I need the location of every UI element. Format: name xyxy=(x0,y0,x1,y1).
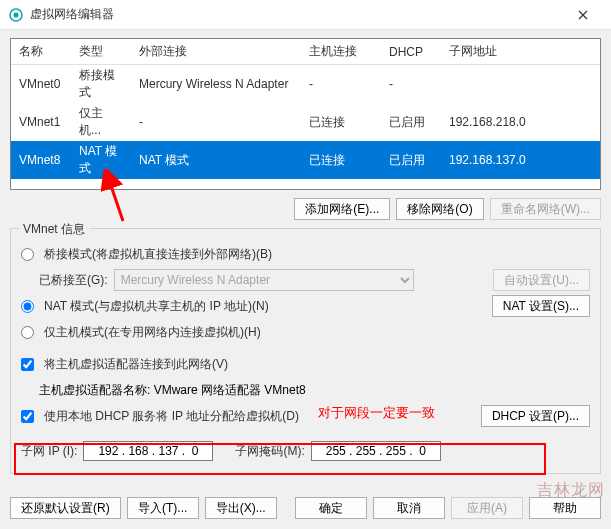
col-name[interactable]: 名称 xyxy=(11,39,71,65)
nat-label[interactable]: NAT 模式(与虚拟机共享主机的 IP 地址)(N) xyxy=(44,298,269,315)
cancel-button[interactable]: 取消 xyxy=(373,497,445,519)
close-button[interactable] xyxy=(563,0,603,30)
ok-button[interactable]: 确定 xyxy=(295,497,367,519)
restore-defaults-button[interactable]: 还原默认设置(R) xyxy=(10,497,121,519)
dialog-button-row: 还原默认设置(R) 导入(T)... 导出(X)... 确定 取消 应用(A) … xyxy=(10,497,601,519)
remove-network-button[interactable]: 移除网络(O) xyxy=(396,198,483,220)
col-subnet[interactable]: 子网地址 xyxy=(441,39,600,65)
table-row[interactable]: VMnet0桥接模式Mercury Wireless N Adapter-- xyxy=(11,65,600,104)
export-button[interactable]: 导出(X)... xyxy=(205,497,277,519)
col-type[interactable]: 类型 xyxy=(71,39,131,65)
hostonly-radio[interactable] xyxy=(21,326,34,339)
col-dhcp[interactable]: DHCP xyxy=(381,39,441,65)
use-dhcp-label[interactable]: 使用本地 DHCP 服务将 IP 地址分配给虚拟机(D) xyxy=(44,408,299,425)
vmnet-info-legend: VMnet 信息 xyxy=(19,221,89,238)
network-buttons-row: 添加网络(E)... 移除网络(O) 重命名网络(W)... xyxy=(10,198,601,220)
bridged-adapter-select: Mercury Wireless N Adapter xyxy=(114,269,414,291)
table-row[interactable]: VMnet1仅主机...-已连接已启用192.168.218.0 xyxy=(11,103,600,141)
adapter-name-text: 主机虚拟适配器名称: VMware 网络适配器 VMnet8 xyxy=(39,382,306,399)
vmware-icon xyxy=(8,7,24,23)
titlebar: 虚拟网络编辑器 xyxy=(0,0,611,30)
subnet-ip-label: 子网 IP (I): xyxy=(21,443,77,460)
window-title: 虚拟网络编辑器 xyxy=(30,6,563,23)
rename-network-button: 重命名网络(W)... xyxy=(490,198,601,220)
svg-point-1 xyxy=(14,12,19,17)
nat-radio[interactable] xyxy=(21,300,34,313)
hostonly-label[interactable]: 仅主机模式(在专用网络内连接虚拟机)(H) xyxy=(44,324,261,341)
help-button[interactable]: 帮助 xyxy=(529,497,601,519)
add-network-button[interactable]: 添加网络(E)... xyxy=(294,198,390,220)
table-row[interactable]: VMnet8NAT 模式NAT 模式已连接已启用192.168.137.0 xyxy=(11,141,600,179)
connect-host-label[interactable]: 将主机虚拟适配器连接到此网络(V) xyxy=(44,356,228,373)
bridged-to-label: 已桥接至(G): xyxy=(39,272,108,289)
nat-settings-button[interactable]: NAT 设置(S)... xyxy=(492,295,590,317)
bridged-radio[interactable] xyxy=(21,248,34,261)
use-dhcp-checkbox[interactable] xyxy=(21,410,34,423)
import-button[interactable]: 导入(T)... xyxy=(127,497,199,519)
col-ext[interactable]: 外部连接 xyxy=(131,39,301,65)
dhcp-settings-button[interactable]: DHCP 设置(P)... xyxy=(481,405,590,427)
auto-settings-button: 自动设置(U)... xyxy=(493,269,590,291)
col-host[interactable]: 主机连接 xyxy=(301,39,381,65)
bridged-label[interactable]: 桥接模式(将虚拟机直接连接到外部网络)(B) xyxy=(44,246,272,263)
subnet-ip-input[interactable] xyxy=(83,441,213,461)
connect-host-checkbox[interactable] xyxy=(21,358,34,371)
subnet-mask-input[interactable] xyxy=(311,441,441,461)
apply-button: 应用(A) xyxy=(451,497,523,519)
vmnet-info-group: VMnet 信息 桥接模式(将虚拟机直接连接到外部网络)(B) 已桥接至(G):… xyxy=(10,228,601,474)
subnet-mask-label: 子网掩码(M): xyxy=(235,443,304,460)
vmnet-table[interactable]: 名称 类型 外部连接 主机连接 DHCP 子网地址 VMnet0桥接模式Merc… xyxy=(10,38,601,190)
